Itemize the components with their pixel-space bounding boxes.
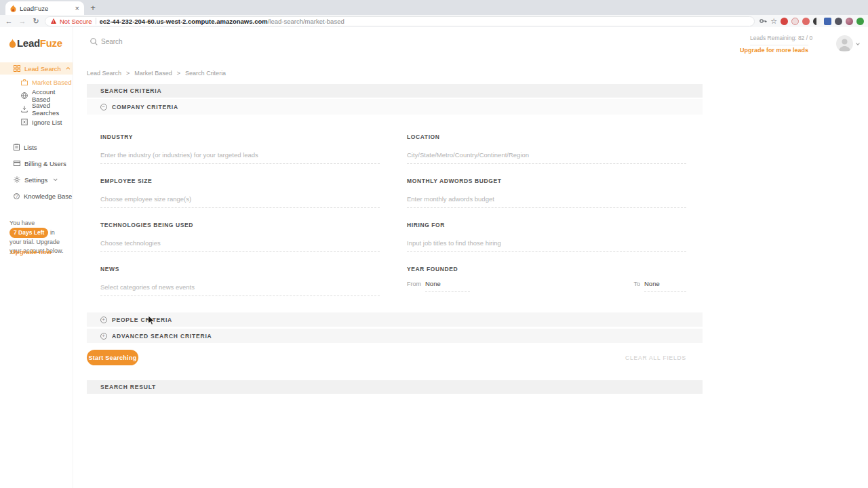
extension-facebook-icon[interactable] <box>824 18 831 25</box>
start-searching-button[interactable]: Start Searching <box>87 350 138 365</box>
not-secure-warning-icon <box>51 18 56 24</box>
url-domain: ec2-44-232-204-60.us-west-2.compute.amaz… <box>100 18 268 25</box>
gear-icon <box>14 176 20 183</box>
from-label: From <box>407 281 421 287</box>
breadcrumb-separator: > <box>126 70 130 77</box>
reload-icon[interactable]: ↻ <box>31 18 41 25</box>
clipboard-icon <box>14 144 20 150</box>
omnibox-divider <box>96 18 96 24</box>
company-criteria-toggle[interactable]: − COMPANY CRITERIA <box>87 99 703 115</box>
chevron-up-icon <box>66 67 70 71</box>
location-input[interactable] <box>407 151 686 164</box>
news-input[interactable] <box>100 283 380 296</box>
avatar-chevron-down-icon[interactable] <box>856 41 860 45</box>
sidebar: LeadFuze Lead Search Market Based Ac <box>0 27 73 488</box>
chevron-down-icon <box>54 177 58 181</box>
not-secure-label[interactable]: Not Secure <box>60 18 92 25</box>
sidebar-item-ignore-list[interactable]: Ignore List <box>0 116 73 128</box>
leadfuze-logo[interactable]: LeadFuze <box>9 37 62 49</box>
employee-size-field: EMPLOYEE SIZE <box>100 178 380 208</box>
to-label: To <box>633 281 640 287</box>
back-icon[interactable]: ← <box>4 18 14 25</box>
extension-black-white-icon[interactable] <box>813 18 821 25</box>
clear-all-fields-button[interactable]: CLEAR ALL FIELDS <box>625 354 686 361</box>
year-founded-to: To None <box>633 280 686 292</box>
technologies-input[interactable] <box>100 239 380 252</box>
sidebar-item-settings[interactable]: Settings <box>0 174 73 186</box>
sidebar-item-label: Knowledge Base <box>24 192 72 200</box>
people-criteria-toggle[interactable]: + PEOPLE CRITERIA <box>87 312 703 327</box>
avatar-person-icon <box>836 35 853 52</box>
breadcrumb-search-criteria: Search Criteria <box>185 70 226 77</box>
logo-text: LeadFuze <box>17 37 62 49</box>
expand-plus-icon: + <box>100 317 107 323</box>
toolbar-right: ☆ <box>759 17 864 26</box>
employee-size-label: EMPLOYEE SIZE <box>100 178 380 184</box>
app-window: LeadFuze Lead Search Market Based Ac <box>0 27 868 488</box>
extension-dark-icon[interactable] <box>835 18 842 25</box>
sidebar-item-knowledge-base[interactable]: ? Knowledge Base <box>0 190 73 202</box>
location-field: LOCATION <box>407 134 686 164</box>
industry-input[interactable] <box>100 151 380 164</box>
search-input[interactable] <box>101 38 210 45</box>
upgrade-for-leads-link[interactable]: Upgrade for more leads <box>740 47 808 54</box>
sidebar-item-label: Saved Searches <box>32 102 73 117</box>
sidebar-item-label: Lead Search <box>24 65 61 73</box>
box-x-icon <box>21 119 28 125</box>
tab-close-icon[interactable]: × <box>75 5 79 12</box>
search-icon <box>90 38 98 45</box>
bookmark-star-icon[interactable]: ☆ <box>770 17 777 26</box>
extension-red-icon[interactable] <box>781 18 788 25</box>
sidebar-item-label: Market Based <box>32 79 72 86</box>
collapse-minus-icon: − <box>100 104 107 110</box>
new-tab-button[interactable]: + <box>84 3 102 15</box>
globe-icon <box>21 92 28 99</box>
news-label: NEWS <box>100 266 380 272</box>
address-bar[interactable]: Not Secure ec2-44-232-204-60.us-west-2.c… <box>45 16 755 26</box>
criteria-column: SEARCH CRITERIA − COMPANY CRITERIA INDUS… <box>87 84 703 394</box>
sidebar-item-billing-users[interactable]: Billing & Users <box>0 157 73 169</box>
main-content: Lead Search > Market Based > Search Crit… <box>73 61 868 488</box>
company-criteria-label: COMPANY CRITERIA <box>112 104 178 110</box>
breadcrumb-lead-search[interactable]: Lead Search <box>87 70 121 77</box>
industry-label: INDUSTRY <box>100 134 380 140</box>
sidebar-item-label: Billing & Users <box>24 160 66 167</box>
logo-lead: Lead <box>17 37 40 49</box>
adwords-budget-input[interactable] <box>407 195 686 208</box>
sidebar-item-lists[interactable]: Lists <box>0 141 73 153</box>
screen: LeadFuze × + ← → ↻ Not Secure ec2-44-232… <box>0 0 868 488</box>
leadfuze-favicon-flame-icon <box>10 5 16 12</box>
sidebar-item-lead-search[interactable]: Lead Search <box>0 62 73 75</box>
browser-tabstrip: LeadFuze × + <box>0 0 868 15</box>
question-circle-icon: ? <box>14 193 20 199</box>
user-avatar[interactable] <box>836 35 853 52</box>
browser-tab-leadfuze[interactable]: LeadFuze × <box>5 1 84 15</box>
sidebar-item-saved-searches[interactable]: Saved Searches <box>0 103 73 115</box>
forward-icon[interactable]: → <box>18 18 27 25</box>
logo-fuze: Fuze <box>40 37 62 49</box>
technologies-field: TECHNOLOGIES BEING USED <box>100 222 380 252</box>
topbar: Leads Remaining: 82 / 0 Upgrade for more… <box>73 27 868 61</box>
sidebar-item-label: Settings <box>24 176 47 184</box>
upgrade-now-link[interactable]: Upgrade now <box>11 248 52 256</box>
sidebar-item-label: Account Based <box>32 88 73 103</box>
employee-size-input[interactable] <box>100 195 380 208</box>
extension-red-asterisk-icon[interactable] <box>802 18 810 25</box>
advanced-criteria-toggle[interactable]: + ADVANCED SEARCH CRITERIA <box>87 329 703 343</box>
trial-days-badge: 7 Days Left <box>9 228 48 238</box>
from-select[interactable]: None <box>425 280 470 292</box>
sidebar-item-market-based[interactable]: Market Based <box>0 76 73 88</box>
extension-multicolor-icon[interactable] <box>846 18 853 25</box>
extension-green-icon[interactable] <box>856 18 864 25</box>
breadcrumb-market-based[interactable]: Market Based <box>134 70 172 77</box>
hiring-for-label: HIRING FOR <box>407 222 686 228</box>
sidebar-item-label: Ignore List <box>32 119 62 126</box>
password-key-icon[interactable] <box>759 17 767 25</box>
adwords-budget-label: MONTHLY ADWORDS BUDGET <box>407 178 686 184</box>
global-search[interactable] <box>90 38 210 45</box>
extension-white-red-icon[interactable] <box>791 18 799 25</box>
hiring-for-input[interactable] <box>407 239 686 252</box>
to-select[interactable]: None <box>644 280 686 292</box>
sidebar-item-account-based[interactable]: Account Based <box>0 89 73 102</box>
criteria-actions: Start Searching CLEAR ALL FIELDS <box>87 350 703 365</box>
